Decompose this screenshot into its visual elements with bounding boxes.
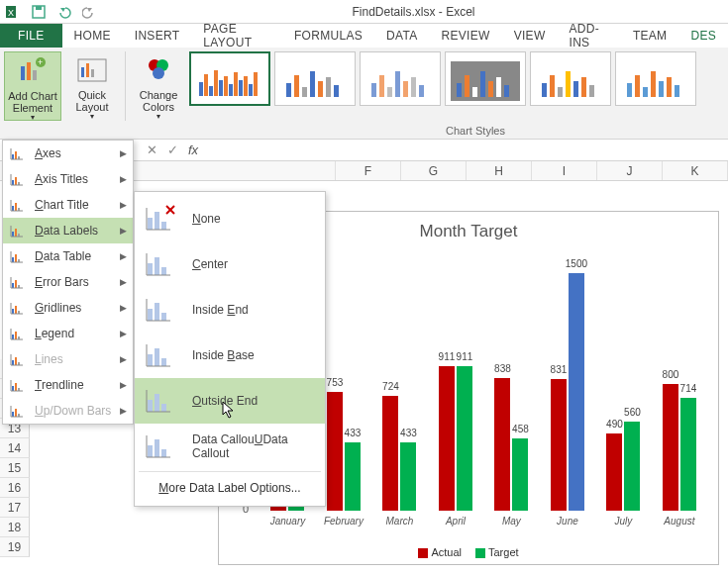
menu-lines: Lines▶ <box>3 346 133 372</box>
excel-app-icon[interactable]: X <box>2 2 24 22</box>
menu-axis-titles[interactable]: Axis Titles▶ <box>3 166 133 192</box>
tab-data[interactable]: DATA <box>374 24 429 48</box>
tab-view[interactable]: VIEW <box>502 24 558 48</box>
cancel-icon[interactable]: ✕ <box>147 143 157 157</box>
chart-style-5[interactable] <box>530 51 611 106</box>
menu-data-table[interactable]: Data Table▶ <box>3 243 133 269</box>
datalabel-data-callout[interactable]: Data CallouUData Callout <box>135 424 325 469</box>
chart-title-icon <box>9 197 29 213</box>
bar-target-august[interactable]: 714 <box>680 398 696 511</box>
datalabel-icon <box>145 204 178 234</box>
svg-rect-16 <box>199 82 203 96</box>
row-19[interactable]: 19 <box>0 537 30 557</box>
svg-rect-109 <box>12 386 14 391</box>
tab-review[interactable]: REVIEW <box>430 24 502 48</box>
save-icon[interactable] <box>28 2 50 22</box>
tab-formulas[interactable]: FORMULAS <box>282 24 374 48</box>
undo-icon[interactable] <box>53 2 75 22</box>
chart-style-1[interactable] <box>189 51 270 106</box>
more-data-label-options[interactable]: More Data Label Options... <box>135 474 325 502</box>
menu-legend[interactable]: Legend▶ <box>3 321 133 346</box>
bar-actual-march[interactable]: 724 <box>382 396 398 511</box>
chart-style-6[interactable] <box>615 51 696 106</box>
datalabel-none[interactable]: None <box>135 196 325 241</box>
bar-actual-august[interactable]: 800 <box>663 384 678 511</box>
fx-label[interactable]: fx <box>188 143 198 157</box>
tab-home[interactable]: HOME <box>62 24 123 48</box>
svg-rect-45 <box>472 87 477 97</box>
svg-rect-53 <box>566 71 571 97</box>
data-labels-submenu[interactable]: NoneCenterInside EndInside BaseOutside E… <box>134 191 326 507</box>
bar-group-march[interactable]: 724433 <box>382 396 416 511</box>
bar-target-march[interactable]: 433 <box>400 442 416 511</box>
menu-chart-title[interactable]: Chart Title▶ <box>3 192 133 218</box>
menu-data-labels[interactable]: Data Labels▶ <box>3 218 133 243</box>
row-18[interactable]: 18 <box>0 518 30 537</box>
chart-style-3[interactable] <box>360 51 441 106</box>
row-17[interactable]: 17 <box>0 498 30 518</box>
bar-target-may[interactable]: 458 <box>512 438 528 511</box>
svg-point-15 <box>153 67 164 79</box>
menu-axes[interactable]: Axes▶ <box>3 141 133 166</box>
menu-error-bars[interactable]: Error Bars▶ <box>3 269 133 295</box>
add-chart-element-menu[interactable]: Axes▶Axis Titles▶Chart Title▶Data Labels… <box>2 140 134 425</box>
row-16[interactable]: 16 <box>0 478 30 498</box>
legend[interactable]: Actual Target <box>219 546 718 558</box>
bar-target-april[interactable]: 911 <box>457 366 472 511</box>
quick-layout-button[interactable]: Quick Layout ▾ <box>63 51 121 121</box>
tab-team[interactable]: TEAM <box>621 24 679 48</box>
redo-icon[interactable] <box>79 2 101 22</box>
svg-rect-11 <box>86 63 89 77</box>
legend-target[interactable]: Target <box>475 546 519 558</box>
x-label-july: July <box>615 516 633 527</box>
col-I[interactable]: I <box>532 161 597 180</box>
enter-icon[interactable]: ✓ <box>167 143 178 157</box>
svg-rect-54 <box>573 81 578 97</box>
chart-style-2[interactable] <box>274 51 356 106</box>
datalabel-inside-base[interactable]: Inside Base <box>135 333 325 378</box>
tab-insert[interactable]: INSERT <box>123 24 192 48</box>
row-15[interactable]: 15 <box>0 458 30 478</box>
tab-file[interactable]: FILE <box>0 24 62 48</box>
add-chart-element-button[interactable]: + Add Chart Element ▾ <box>4 51 61 121</box>
bar-group-may[interactable]: 838458 <box>494 378 528 511</box>
bar-actual-july[interactable]: 490 <box>606 433 622 511</box>
datalabel-center[interactable]: Center <box>135 241 325 287</box>
col-F[interactable]: F <box>336 161 401 180</box>
x-label-march: March <box>386 516 414 527</box>
row-14[interactable]: 14 <box>0 438 30 458</box>
change-colors-button[interactable]: Change Colors ▾ <box>130 51 187 121</box>
bar-target-june[interactable]: 1500 <box>569 273 584 511</box>
chart-styles-group-label: Chart Styles <box>376 125 574 137</box>
bar-actual-may[interactable]: 838 <box>494 378 510 511</box>
menu-trendline[interactable]: Trendline▶ <box>3 372 133 398</box>
bar-actual-june[interactable]: 831 <box>551 379 567 511</box>
bar-target-july[interactable]: 560 <box>624 422 640 511</box>
bar-group-august[interactable]: 800714 <box>663 384 696 511</box>
bar-group-february[interactable]: 753433 <box>327 392 361 511</box>
bar-group-april[interactable]: 911911 <box>439 366 472 511</box>
data-label: 831 <box>551 364 568 375</box>
svg-rect-80 <box>15 229 17 237</box>
tab-design[interactable]: DES <box>678 24 728 48</box>
bar-target-february[interactable]: 433 <box>345 442 361 511</box>
svg-rect-39 <box>403 81 408 97</box>
bar-group-july[interactable]: 490560 <box>606 422 640 511</box>
svg-text:X: X <box>8 8 14 18</box>
col-G[interactable]: G <box>401 161 467 180</box>
chart-style-4[interactable] <box>445 51 526 106</box>
datalabel-inside-end[interactable]: Inside End <box>135 287 325 333</box>
bar-actual-february[interactable]: 753 <box>327 392 343 511</box>
legend-actual[interactable]: Actual <box>418 546 462 558</box>
bar-group-june[interactable]: 8311500 <box>551 273 584 511</box>
col-K[interactable]: K <box>663 161 728 180</box>
tab-add-ins[interactable]: ADD-INS <box>558 24 621 48</box>
tab-page-layout[interactable]: PAGE LAYOUT <box>191 24 282 48</box>
svg-rect-65 <box>15 151 17 159</box>
bar-actual-april[interactable]: 911 <box>439 366 455 511</box>
menu-gridlines[interactable]: Gridlines▶ <box>3 295 133 321</box>
col-J[interactable]: J <box>597 161 663 180</box>
svg-rect-28 <box>286 83 291 97</box>
svg-rect-62 <box>667 77 672 97</box>
col-H[interactable]: H <box>467 161 532 180</box>
